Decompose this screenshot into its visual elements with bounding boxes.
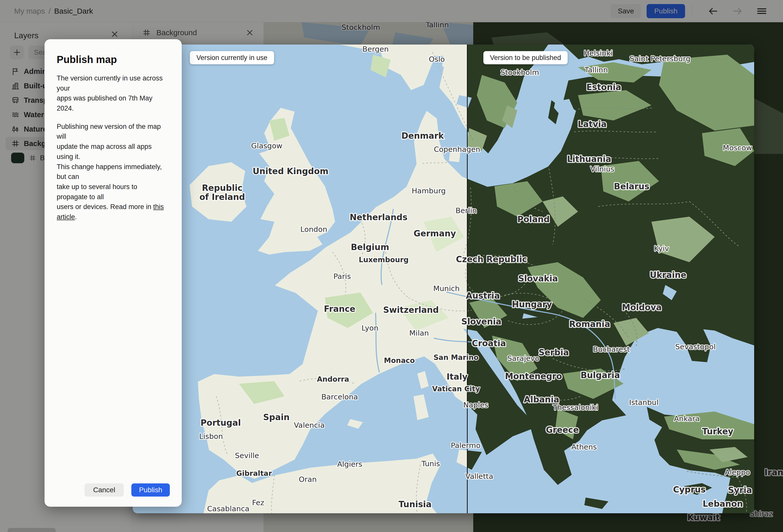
- map-label: Lithuania: [567, 154, 611, 164]
- map-label: Turkey: [702, 427, 733, 436]
- map-label: Paris: [333, 272, 351, 281]
- map-label: United Kingdom: [253, 166, 328, 176]
- map-label: Palermo: [451, 441, 480, 450]
- map-label: Moscow: [723, 144, 752, 152]
- map-label: Stockholm: [501, 68, 539, 77]
- map-label: Tunis: [421, 459, 440, 468]
- map-label: Spain: [263, 412, 289, 422]
- map-label: Latvia: [578, 119, 606, 129]
- map-label: Valencia: [294, 421, 324, 430]
- map-label: France: [324, 304, 355, 314]
- dialog-paragraph-2-text: Publishing new version of the map will u…: [57, 123, 162, 211]
- compare-map-svg: BergenOsloGlasgowUnited KingdomRepublico…: [133, 44, 754, 513]
- map-label: Casablanca: [207, 504, 249, 513]
- map-label: Luxembourg: [358, 256, 408, 264]
- map-label: Aleppo: [725, 468, 750, 476]
- cancel-button[interactable]: Cancel: [85, 483, 124, 497]
- map-label: Bucharest: [593, 345, 630, 353]
- map-label: Barcelona: [321, 393, 358, 401]
- map-label: Vatican City: [432, 385, 480, 393]
- map-label: Munich: [433, 284, 460, 293]
- map-label: Glasgow: [251, 142, 282, 150]
- map-label: San Marino: [434, 353, 478, 362]
- dialog-paragraph-1: The version currently in use across your…: [57, 73, 169, 114]
- map-label: Lisbon: [199, 432, 223, 441]
- map-label: Syria: [728, 485, 752, 495]
- map-label: of Ireland: [199, 192, 245, 202]
- dialog-paragraph-2: Publishing new version of the map will u…: [57, 122, 169, 222]
- map-label: Kyiv: [654, 244, 669, 253]
- map-label: Sevastopol: [675, 342, 716, 351]
- map-label: Seville: [235, 451, 259, 460]
- new-version-badge: Version to be published: [483, 51, 568, 64]
- map-label: Milan: [409, 329, 429, 337]
- map-label: Montenegro: [505, 371, 562, 381]
- map-label: Greece: [546, 425, 579, 435]
- map-label: Hamburg: [412, 187, 446, 195]
- map-label: Romania: [569, 319, 610, 329]
- map-label: Belarus: [614, 182, 650, 191]
- map-label: Oslo: [429, 55, 445, 64]
- map-label: Tallinn: [584, 66, 608, 74]
- map-label: Moldova: [622, 303, 662, 312]
- map-label: Slovenia: [461, 317, 502, 326]
- map-label: Gibraltar: [236, 469, 272, 477]
- map-label: Poland: [517, 214, 550, 224]
- dialog-title: Publish map: [57, 54, 169, 65]
- map-label: Vilnius: [590, 165, 614, 174]
- map-label: Ukraine: [650, 270, 686, 280]
- map-label: Cyprus: [673, 485, 706, 495]
- map-label: Andorra: [317, 375, 349, 383]
- map-label: Algiers: [337, 460, 362, 468]
- dialog-actions: Cancel Publish: [85, 483, 170, 497]
- map-label: Denmark: [401, 131, 444, 141]
- map-label: Portugal: [200, 418, 241, 428]
- map-label: Berlin: [456, 206, 477, 215]
- version-compare-panel: BergenOsloGlasgowUnited KingdomRepublico…: [133, 44, 754, 513]
- map-label: London: [301, 225, 327, 233]
- map-label: Naples: [463, 401, 489, 409]
- map-label: Hungary: [512, 300, 552, 309]
- map-label: Republic: [202, 183, 243, 193]
- map-label: Belgium: [351, 242, 389, 252]
- map-label: Lebanon: [703, 499, 743, 509]
- map-label: Slovakia: [518, 274, 558, 283]
- map-label: Lyon: [362, 324, 379, 332]
- map-label: Netherlands: [350, 212, 407, 222]
- map-label: Monaco: [384, 356, 415, 365]
- map-label: Czech Republic: [456, 254, 527, 264]
- map-label: Valletta: [465, 472, 493, 481]
- map-label: Switzerland: [383, 305, 439, 315]
- map-label: Sarajevo: [507, 354, 539, 363]
- current-version-badge: Version currently in use: [190, 51, 274, 64]
- map-label: Croatia: [472, 338, 506, 348]
- map-label: Tunisia: [399, 499, 432, 509]
- map-label: Athens: [571, 443, 597, 451]
- map-label: Saint Petersburg: [630, 55, 690, 63]
- publish-map-dialog: Publish map The version currently in use…: [44, 39, 182, 507]
- map-label: Serbia: [538, 347, 569, 357]
- map-label: Fez: [252, 498, 264, 507]
- map-label: Helsinki: [584, 49, 613, 58]
- map-label: Estonia: [586, 82, 621, 92]
- map-label: Oran: [299, 475, 317, 484]
- dialog-paragraph-2-suffix: .: [75, 213, 77, 221]
- map-label: Bergen: [363, 45, 389, 54]
- map-label: Istanbul: [629, 398, 658, 407]
- map-label: Ankara: [674, 414, 700, 423]
- map-label: Bulgaria: [581, 370, 620, 380]
- map-label: Italy: [446, 372, 467, 382]
- map-label: Germany: [413, 228, 456, 239]
- map-label: Austria: [466, 291, 500, 301]
- dialog-publish-button[interactable]: Publish: [131, 483, 170, 497]
- map-label: Copenhagen: [434, 145, 480, 154]
- map-label: Thessaloniki: [553, 403, 598, 412]
